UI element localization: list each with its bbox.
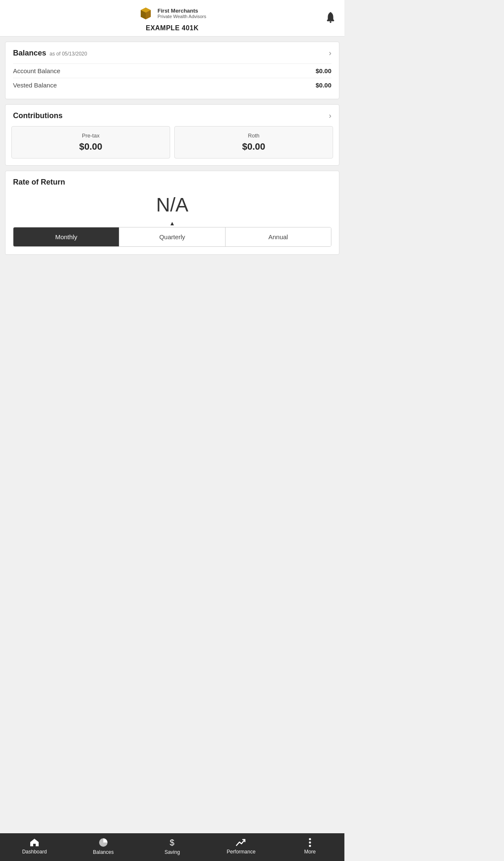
ror-title: Rate of Return	[13, 178, 331, 187]
logo-icon	[138, 6, 153, 21]
pretax-box: Pre-tax $0.00	[11, 126, 170, 158]
account-balance-value: $0.00	[315, 67, 331, 74]
pretax-value: $0.00	[79, 141, 102, 152]
logo-text: First Merchants Private Wealth Advisors	[158, 8, 206, 20]
main-content: Balances as of 05/13/2020 › Account Bala…	[0, 37, 344, 260]
logo-line1: First Merchants	[158, 8, 206, 14]
vested-balance-label: Vested Balance	[13, 82, 57, 89]
balances-chevron-icon: ›	[329, 49, 331, 58]
balances-card: Balances as of 05/13/2020 › Account Bala…	[5, 42, 339, 99]
vested-balance-value: $0.00	[315, 82, 331, 89]
pretax-label: Pre-tax	[82, 132, 100, 139]
roth-label: Roth	[248, 132, 259, 139]
balances-title-group: Balances as of 05/13/2020	[13, 49, 87, 58]
app-header: First Merchants Private Wealth Advisors …	[0, 0, 344, 37]
contributions-title: Contributions	[13, 111, 63, 120]
notification-bell-icon[interactable]	[325, 11, 336, 25]
logo-line2: Private Wealth Advisors	[158, 14, 206, 19]
logo: First Merchants Private Wealth Advisors	[138, 6, 206, 21]
balances-title: Balances	[13, 49, 46, 58]
svg-point-4	[330, 21, 331, 23]
contributions-header[interactable]: Contributions ›	[5, 105, 339, 126]
account-title: EXAMPLE 401K	[146, 24, 199, 32]
rate-of-return-card: Rate of Return N/A ▲ Monthly Quarterly A…	[5, 171, 339, 255]
account-balance-label: Account Balance	[13, 67, 60, 74]
ror-content: Rate of Return N/A ▲ Monthly Quarterly A…	[5, 171, 339, 254]
roth-box: Roth $0.00	[174, 126, 333, 158]
contributions-boxes: Pre-tax $0.00 Roth $0.00	[5, 126, 339, 165]
roth-value: $0.00	[242, 141, 265, 152]
tab-monthly[interactable]: Monthly	[13, 227, 119, 246]
ror-tabs: Monthly Quarterly Annual	[13, 227, 331, 247]
ror-triangle-icon: ▲	[13, 220, 331, 226]
ror-value: N/A	[13, 193, 331, 216]
tab-annual[interactable]: Annual	[226, 227, 331, 246]
balances-header[interactable]: Balances as of 05/13/2020 ›	[5, 42, 339, 62]
contributions-chevron-icon: ›	[329, 111, 331, 120]
balances-date: as of 05/13/2020	[50, 51, 87, 57]
balances-rows: Account Balance $0.00 Vested Balance $0.…	[5, 62, 339, 99]
tab-quarterly[interactable]: Quarterly	[119, 227, 225, 246]
account-balance-row: Account Balance $0.00	[13, 63, 331, 78]
vested-balance-row: Vested Balance $0.00	[13, 78, 331, 92]
contributions-card: Contributions › Pre-tax $0.00 Roth $0.00	[5, 104, 339, 166]
